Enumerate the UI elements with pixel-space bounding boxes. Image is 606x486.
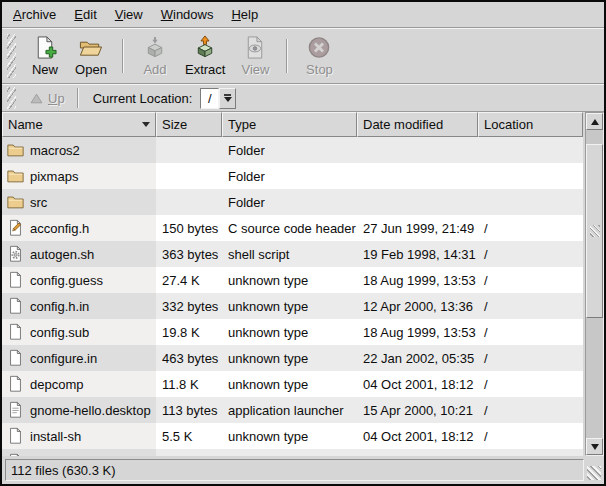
archive-manager-window: Archive Edit View Windows Help New Open — [0, 0, 606, 486]
scrollbar-up-button[interactable] — [586, 113, 603, 130]
cell-date-modified — [357, 163, 478, 189]
table-row[interactable]: pixmaps Folder — [2, 163, 583, 189]
toolbar-button[interactable]: Extract — [178, 32, 232, 80]
toolbar-button[interactable]: Open — [68, 32, 114, 80]
file-type-icon — [6, 245, 25, 263]
cell-size — [156, 137, 222, 163]
menu-item[interactable]: Edit — [65, 4, 105, 25]
toolbar-button[interactable]: New — [22, 32, 68, 80]
toolbar-button-icon — [32, 35, 58, 60]
column-header-label: Name — [8, 117, 43, 132]
file-type-icon — [6, 427, 25, 445]
column-header[interactable]: Name — [2, 112, 156, 137]
table-row[interactable]: configure.in 463 bytes unknown type 22 J… — [2, 345, 583, 371]
column-header[interactable]: Date modified — [357, 112, 478, 137]
table-row[interactable]: config.h.in 332 bytes unknown type 12 Ap… — [2, 293, 583, 319]
menu-item-label: indows — [173, 7, 213, 22]
cell-date-modified — [357, 189, 478, 215]
column-header[interactable]: Size — [156, 112, 222, 137]
toolbar-button[interactable]: Stop — [296, 32, 342, 80]
toolbar-button-label: View — [241, 62, 269, 77]
table-row[interactable]: config.sub 19.8 K unknown type 18 Aug 19… — [2, 319, 583, 345]
menu-item-mnemonic: H — [231, 7, 240, 22]
up-button[interactable]: Up — [22, 89, 72, 108]
cell-date-modified — [357, 449, 478, 456]
up-arrow-icon — [29, 92, 44, 105]
table-row[interactable]: gnome-hello.desktop 113 bytes applicatio… — [2, 397, 583, 423]
menu-item-mnemonic: V — [115, 7, 123, 22]
menu-item[interactable]: Archive — [4, 4, 65, 25]
file-type-icon — [6, 401, 25, 419]
file-name: src — [30, 195, 47, 210]
table-row[interactable]: depcomp 11.8 K unknown type 04 Oct 2001,… — [2, 371, 583, 397]
table-row[interactable]: src Folder — [2, 189, 583, 215]
menu-item[interactable]: Help — [222, 4, 267, 25]
cell-type: unknown type — [222, 423, 357, 449]
status-frame: 112 files (630.3 K) — [5, 459, 584, 481]
cell-location — [478, 137, 583, 163]
scrollbar-down-button[interactable] — [586, 438, 603, 455]
cell-location: / — [478, 319, 583, 345]
cell-date-modified: 19 Feb 1998, 14:31 — [357, 241, 478, 267]
toolbar-button[interactable]: Add — [132, 32, 178, 80]
menu-item-mnemonic: E — [74, 7, 83, 22]
cell-date-modified: 04 Oct 2001, 18:12 — [357, 423, 478, 449]
toolbar-button-icon — [242, 35, 268, 60]
column-header-label: Type — [228, 117, 256, 132]
toolbar-button[interactable]: View — [232, 32, 278, 80]
column-header[interactable]: Type — [222, 112, 357, 137]
location-combo-entry[interactable]: / — [200, 88, 219, 109]
cell-location: / — [478, 215, 583, 241]
cell-type: Folder — [222, 163, 357, 189]
cell-size: 332 bytes — [156, 293, 222, 319]
file-name: install-sh — [30, 429, 81, 444]
table-row[interactable]: macros2 Folder — [2, 137, 583, 163]
table-row[interactable]: autogen.sh 363 bytes shell script 19 Feb… — [2, 241, 583, 267]
toolbar-button-icon — [306, 35, 332, 60]
file-name: macros2 — [30, 143, 80, 158]
file-name: pixmaps — [30, 169, 78, 184]
table-row[interactable]: install-sh 5.5 K unknown type 04 Oct 200… — [2, 423, 583, 449]
status-text: 112 files (630.3 K) — [11, 463, 116, 478]
menu-item-label: iew — [123, 7, 143, 22]
toolbar-drag-handle[interactable] — [7, 34, 16, 78]
cell-date-modified — [357, 137, 478, 163]
menu-item[interactable]: Windows — [152, 4, 223, 25]
cell-name: configure.in — [2, 345, 156, 371]
location-bar-drag-handle[interactable] — [7, 87, 16, 109]
cell-location — [478, 189, 583, 215]
cell-name: pixmaps — [2, 163, 156, 189]
triangle-up-icon — [591, 119, 599, 125]
cell-type: Folder — [222, 137, 357, 163]
cell-location — [478, 449, 583, 456]
location-combo-dropdown-button[interactable] — [219, 88, 236, 109]
file-list-area: Name Size Type Date modified — [2, 112, 604, 456]
cell-name: config.h.in — [2, 293, 156, 319]
toolbar-button-icon — [78, 35, 104, 60]
cell-size: 19.8 K — [156, 319, 222, 345]
table-row[interactable] — [2, 449, 583, 456]
chevron-down-icon — [224, 97, 232, 102]
menu-item-label: elp — [241, 7, 258, 22]
cell-name: macros2 — [2, 137, 156, 163]
toolbar-button-icon — [192, 35, 218, 60]
menu-item-label: rchive — [22, 7, 57, 22]
toolbar-button-icon — [142, 35, 168, 60]
cell-name: depcomp — [2, 371, 156, 397]
menu-item[interactable]: View — [106, 4, 152, 25]
table-row[interactable]: config.guess 27.4 K unknown type 18 Aug … — [2, 267, 583, 293]
file-type-icon — [6, 193, 25, 211]
triangle-down-icon — [591, 444, 599, 450]
column-header[interactable]: Location — [478, 112, 583, 137]
cell-name: src — [2, 189, 156, 215]
cell-size — [156, 449, 222, 456]
cell-location: / — [478, 345, 583, 371]
resize-grip[interactable] — [587, 466, 601, 480]
cell-date-modified: 22 Jan 2002, 05:35 — [357, 345, 478, 371]
scrollbar-thumb[interactable] — [586, 144, 603, 318]
table-row[interactable]: acconfig.h 150 bytes C source code heade… — [2, 215, 583, 241]
location-bar: Up Current Location: / — [2, 84, 604, 112]
cell-size — [156, 189, 222, 215]
location-bar-separator — [77, 88, 79, 108]
vertical-scrollbar[interactable] — [585, 112, 604, 456]
